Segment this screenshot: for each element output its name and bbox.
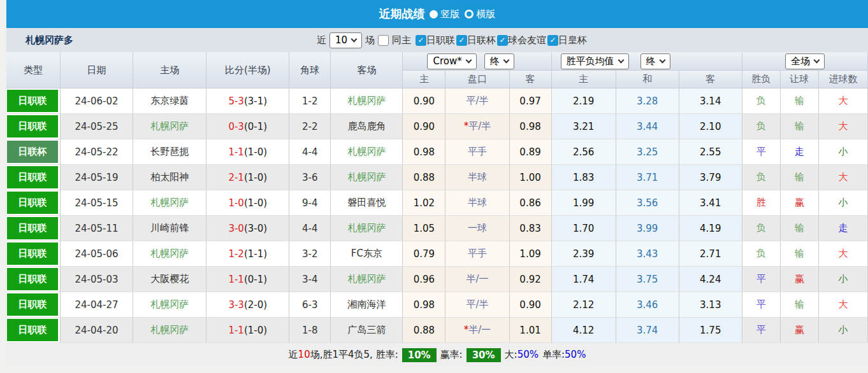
handicap-line: 一球 <box>468 222 487 234</box>
filter-bar: 札幌冈萨多 近 10 场 同主 ✓日职联✓日联杯✓球会友谊✓日皇杯 <box>6 28 868 52</box>
table-row: 日职联24-05-03大阪樱花1-1(0-1)3-4札幌冈萨0.96半/一0.9… <box>6 267 868 292</box>
cell-goals-result: 大 <box>819 88 868 114</box>
chevron-down-icon <box>465 57 472 63</box>
cell-handicap-line: 半球 <box>445 165 509 190</box>
recent-results-panel: 近期战绩 竖版 横版 札幌冈萨多 近 10 场 同主 ✓日职联✓日联杯✓球会友谊… <box>6 0 868 367</box>
cell-avg-home: 1.70 <box>552 216 616 241</box>
col-header-corner: 角球 <box>289 52 331 88</box>
cell-score: 1-1(1-0) <box>206 139 289 165</box>
scope-group-header: 全场 <box>742 52 868 71</box>
cell-score: 0-3(0-1) <box>206 114 289 139</box>
radio-unselected-icon[interactable] <box>465 10 474 18</box>
sub-header-avg-home: 主 <box>552 71 616 88</box>
handicap-line: 半球 <box>468 171 487 183</box>
odds-company-select[interactable]: Crow* <box>427 53 476 69</box>
profit-rate-badge: 30% <box>467 348 501 362</box>
cell-avg-home: 2.12 <box>552 292 616 318</box>
table-row: 日职联24-05-19柏太阳神2-1(1-0)3-6札幌冈萨0.88半球1.00… <box>6 165 868 190</box>
halftime-score: (1-0) <box>244 146 267 158</box>
odds-stage-select[interactable]: 终 <box>484 53 514 69</box>
avg-type-select[interactable]: 胜平负均值 <box>561 53 629 69</box>
cell-avg-draw: 3.28 <box>616 88 679 114</box>
cell-avg-draw: 3.44 <box>616 114 679 139</box>
results-tbody: 日职联24-06-02东京绿茵5-3(3-1)1-2札幌冈萨0.90平/半0.9… <box>6 88 868 343</box>
summary-text: 近10场,胜1平4负5, 胜率: <box>289 349 398 361</box>
cell-handicap-home-odds: 0.96 <box>403 267 445 292</box>
recent-label: 近 <box>317 34 326 46</box>
league-filter-checkbox[interactable]: ✓ <box>456 35 467 46</box>
sub-header-spread: 让球 <box>781 71 819 88</box>
fulltime-score: 1-1 <box>228 146 244 158</box>
league-filter-checkbox[interactable]: ✓ <box>497 35 508 46</box>
fulltime-score: 2-1 <box>228 172 244 183</box>
cell-goals-result: 小 <box>819 190 868 216</box>
big-rate: 大:50% <box>505 349 539 361</box>
cell-avg-home: 1.83 <box>552 165 616 190</box>
cell-corner: 4-4 <box>289 139 331 165</box>
cell-corner: 9-4 <box>289 190 331 216</box>
sub-header-result: 胜负 <box>742 71 781 88</box>
cell-goals-result: 大 <box>819 241 868 267</box>
cell-result: 负 <box>742 241 781 267</box>
layout-horizontal-radio[interactable]: 横版 <box>465 8 496 20</box>
cell-spread-result: 输 <box>781 114 819 139</box>
cell-corner: 1-8 <box>289 318 331 343</box>
cell-date: 24-05-03 <box>61 267 133 292</box>
cell-handicap-away-odds: 1.00 <box>510 165 552 190</box>
cell-avg-home: 1.99 <box>552 190 616 216</box>
cell-avg-draw: 3.56 <box>616 190 679 216</box>
col-header-home: 主场 <box>133 52 206 88</box>
fulltime-score: 5-3 <box>228 95 244 107</box>
scope-select[interactable]: 全场 <box>785 53 825 69</box>
recent-count-select[interactable]: 10 <box>329 32 362 48</box>
cell-handicap-home-odds: 1.05 <box>403 216 445 241</box>
results-table: 类型 日期 主场 比分(半场) 角球 客场 Crow* 终 <box>6 52 868 343</box>
cell-handicap-away-odds: 0.97 <box>510 88 552 114</box>
cell-spread-result: 赢 <box>781 190 819 216</box>
cell-away-team: 湘南海洋 <box>331 292 403 318</box>
layout-vertical-radio[interactable]: 竖版 <box>430 8 460 20</box>
cell-date: 24-05-22 <box>61 139 133 165</box>
cell-result: 平 <box>742 267 781 292</box>
avg-stage-select[interactable]: 终 <box>640 53 670 69</box>
cell-result: 负 <box>742 216 781 241</box>
cell-corner: 2-2 <box>289 114 331 139</box>
cell-result: 负 <box>742 114 781 139</box>
fulltime-score: 3-0 <box>228 223 244 234</box>
cell-date: 24-05-19 <box>61 165 133 190</box>
col-header-away: 客场 <box>331 52 403 88</box>
cell-avg-home: 2.39 <box>552 241 616 267</box>
cell-match-type: 日职联 <box>6 88 61 114</box>
league-filter-checkbox[interactable]: ✓ <box>547 35 558 46</box>
league-filter-checkbox[interactable]: ✓ <box>416 35 426 46</box>
match-type-badge: 日职联 <box>7 268 58 290</box>
team-name: 札幌冈萨多 <box>25 34 73 46</box>
handicap-line: 半/一 <box>468 324 491 335</box>
cell-avg-home: 1.74 <box>552 267 616 292</box>
cell-avg-away: 2.71 <box>679 241 742 267</box>
cell-handicap-away-odds: 0.92 <box>510 267 552 292</box>
cell-handicap-line: 一球 <box>445 216 509 241</box>
cell-handicap-home-odds: 1.02 <box>403 190 445 216</box>
handicap-line: 半/一 <box>466 273 488 285</box>
radio-selected-icon[interactable] <box>430 10 438 18</box>
cell-away-team: 鹿岛鹿角 <box>331 114 403 139</box>
cell-result: 负 <box>742 88 781 114</box>
cell-handicap-home-odds: 0.98 <box>403 292 445 318</box>
cell-avg-draw: 3.43 <box>616 241 679 267</box>
summary-footer: 近10场,胜1平4负5, 胜率: 10% 赢率: 30% 大:50% 单率:50… <box>6 343 868 367</box>
profit-label: 赢率: <box>440 349 463 361</box>
table-row: 日职联24-05-15札幌冈萨1-0(1-0)9-4磐田喜悦1.02半球0.86… <box>6 190 868 216</box>
fulltime-score: 1-2 <box>228 248 244 260</box>
cell-handicap-line: 平/半 <box>445 88 509 114</box>
cell-handicap-line: 平/半 <box>445 292 509 318</box>
same-home-checkbox[interactable] <box>378 35 389 46</box>
cell-avg-away: 3.14 <box>679 88 742 114</box>
cell-avg-draw: 3.74 <box>616 318 679 343</box>
sub-header-avg-draw: 和 <box>616 71 679 88</box>
league-filter-label: 日职联 <box>426 34 455 46</box>
match-type-badge: 日联杯 <box>7 141 58 163</box>
cell-score: 1-1(1-0) <box>206 318 289 343</box>
cell-date: 24-06-02 <box>61 88 133 114</box>
cell-handicap-away-odds: 0.90 <box>510 292 552 318</box>
